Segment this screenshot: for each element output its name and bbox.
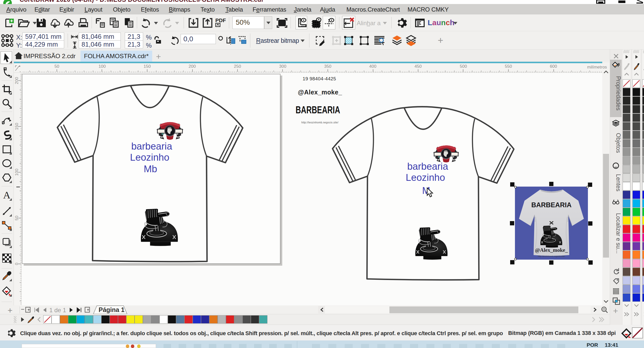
svg-text:BARBEARIA: BARBEARIA <box>531 201 572 209</box>
